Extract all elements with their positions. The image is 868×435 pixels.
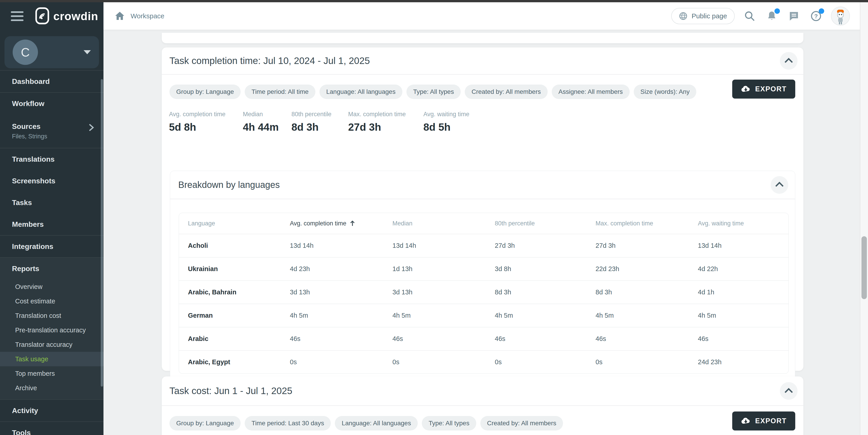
cloud-export-icon xyxy=(741,417,751,425)
breakdown-card: Breakdown by languages Language Avg. com… xyxy=(170,171,795,380)
sidebar-nav: Dashboard Workflow Sources Files, String… xyxy=(0,70,103,435)
sidebar-item-screenshots[interactable]: Screenshots xyxy=(0,170,103,192)
sidebar-item-archive[interactable]: Archive xyxy=(0,381,103,395)
collapse-task-cost-button[interactable] xyxy=(780,382,798,400)
sidebar-item-translator-accuracy[interactable]: Translator accuracy xyxy=(0,337,103,352)
workspace-selector[interactable]: C xyxy=(4,36,99,68)
sidebar-reports-group: Reports Overview Cost estimate Translati… xyxy=(0,258,103,399)
public-page-label: Public page xyxy=(691,12,727,20)
chevron-right-icon xyxy=(88,123,94,134)
messages-icon[interactable] xyxy=(787,9,801,23)
workspace-avatar: C xyxy=(13,39,38,65)
filter-time-period[interactable]: Time period: Last 30 days xyxy=(245,416,331,431)
export-task-completion-button[interactable]: EXPORT xyxy=(732,80,795,98)
filter-group-by[interactable]: Group by: Language xyxy=(169,85,241,99)
filter-assignee[interactable]: Assignee: All members xyxy=(552,85,630,99)
filter-type[interactable]: Type: All types xyxy=(422,416,476,431)
filter-time-period[interactable]: Time period: All time xyxy=(245,85,315,99)
task-cost-title: Task cost: Jun 1 - Jul 1, 2025 xyxy=(169,385,292,396)
sidebar-item-translation-cost[interactable]: Translation cost xyxy=(0,309,103,323)
column-80th-percentile[interactable]: 80th percentile xyxy=(495,220,595,227)
task-cost-filters: Group by: Language Time period: Last 30 … xyxy=(169,416,563,431)
app-screen: crowdin C Dashboard Workflow Sources Fil… xyxy=(0,0,868,435)
chevron-up-icon xyxy=(784,387,794,395)
column-avg-completion-time[interactable]: Avg. completion time xyxy=(290,220,393,227)
filter-size-words[interactable]: Size (words): Any xyxy=(634,85,696,99)
sidebar-scrollbar[interactable] xyxy=(101,79,103,387)
task-cost-header: Task cost: Jun 1 - Jul 1, 2025 xyxy=(162,376,803,406)
filter-language[interactable]: Language: All languages xyxy=(319,85,402,99)
notifications-icon[interactable] xyxy=(765,9,779,23)
sort-asc-icon xyxy=(349,220,355,227)
crowdin-logo-text: crowdin xyxy=(53,10,98,23)
stat-avg-completion-time: Avg. completion time 5d 8h xyxy=(169,111,225,133)
chevron-up-icon xyxy=(784,57,794,64)
table-row[interactable]: Acholi 13d 14h 13d 14h 27d 3h 27d 3h 13d… xyxy=(179,234,788,257)
sidebar-item-pre-translation-accuracy[interactable]: Pre-translation accuracy xyxy=(0,323,103,337)
help-badge xyxy=(819,8,824,14)
sources-subtitle: Files, Strings xyxy=(12,133,47,140)
home-icon[interactable] xyxy=(115,11,125,21)
topbar-actions: Public page ? xyxy=(671,6,860,26)
filter-language[interactable]: Language: All languages xyxy=(335,416,418,431)
languages-table: Language Avg. completion time Median 80t… xyxy=(179,213,789,374)
hamburger-menu-icon[interactable] xyxy=(11,11,24,21)
task-completion-card: Task completion time: Jul 10, 2024 - Jul… xyxy=(162,48,803,371)
notifications-badge xyxy=(774,8,780,14)
sidebar-item-cost-estimate[interactable]: Cost estimate xyxy=(0,294,103,309)
column-median[interactable]: Median xyxy=(393,220,495,227)
previous-card-edge xyxy=(162,33,803,44)
help-icon[interactable]: ? xyxy=(809,9,823,23)
collapse-task-completion-button[interactable] xyxy=(780,52,798,70)
user-avatar[interactable] xyxy=(831,6,850,26)
column-language[interactable]: Language xyxy=(179,220,290,227)
sidebar-header: crowdin xyxy=(0,2,103,30)
page-scrollbar-thumb[interactable] xyxy=(862,236,867,299)
stat-avg-waiting-time: Avg. waiting time 8d 5h xyxy=(423,111,469,133)
task-completion-header: Task completion time: Jul 10, 2024 - Jul… xyxy=(162,48,803,75)
breakdown-header: Breakdown by languages xyxy=(170,171,795,199)
globe-icon xyxy=(679,12,687,20)
sidebar-item-overview[interactable]: Overview xyxy=(0,280,103,294)
collapse-breakdown-button[interactable] xyxy=(771,176,788,194)
table-row[interactable]: Arabic 46s 46s 46s 46s 46s xyxy=(179,327,788,350)
sidebar-item-tasks[interactable]: Tasks xyxy=(0,192,103,213)
breadcrumb[interactable]: Workspace xyxy=(131,12,164,20)
task-completion-filters: Group by: Language Time period: All time… xyxy=(169,85,696,99)
search-icon[interactable] xyxy=(742,9,757,23)
sidebar-item-integrations[interactable]: Integrations xyxy=(0,236,103,257)
crowdin-logo[interactable]: crowdin xyxy=(35,7,98,25)
table-row[interactable]: German 4h 5m 4h 5m 4h 5m 4h 5m 4h 5m xyxy=(179,303,788,327)
export-task-cost-button[interactable]: EXPORT xyxy=(732,411,795,431)
sidebar-item-activity[interactable]: Activity xyxy=(0,400,103,422)
table-row[interactable]: Arabic, Egypt 0s 0s 0s 0s 24d 23h xyxy=(179,350,788,374)
filter-type[interactable]: Type: All types xyxy=(406,85,461,99)
cloud-export-icon xyxy=(741,85,751,93)
table-header-row: Language Avg. completion time Median 80t… xyxy=(179,213,788,234)
sidebar-item-translations[interactable]: Translations xyxy=(0,148,103,170)
window-top-strip xyxy=(0,0,868,2)
filter-created-by[interactable]: Created by: All members xyxy=(480,416,563,431)
sidebar-item-workflow[interactable]: Workflow xyxy=(0,93,103,114)
chevron-down-icon xyxy=(84,50,91,54)
sidebar-item-tools[interactable]: Tools xyxy=(0,422,103,435)
sidebar-item-task-usage[interactable]: Task usage xyxy=(0,352,103,366)
filter-created-by[interactable]: Created by: All members xyxy=(465,85,548,99)
filter-group-by[interactable]: Group by: Language xyxy=(169,416,241,431)
page-scrollbar[interactable] xyxy=(860,2,868,435)
column-avg-waiting-time[interactable]: Avg. waiting time xyxy=(698,220,788,227)
table-row[interactable]: Arabic, Bahrain 3d 13h 3d 13h 8d 3h 8d 3… xyxy=(179,280,788,303)
sidebar-item-top-members[interactable]: Top members xyxy=(0,366,103,381)
table-row[interactable]: Ukrainian 4d 23h 1d 13h 3d 8h 22d 23h 4d… xyxy=(179,257,788,280)
svg-text:?: ? xyxy=(814,13,818,20)
chevron-up-icon xyxy=(774,181,784,188)
sidebar-item-dashboard[interactable]: Dashboard xyxy=(0,70,103,92)
public-page-button[interactable]: Public page xyxy=(671,8,735,24)
column-max-completion-time[interactable]: Max. completion time xyxy=(595,220,698,227)
sidebar-item-members[interactable]: Members xyxy=(0,213,103,235)
sidebar-item-sources[interactable]: Sources Files, Strings xyxy=(0,114,103,148)
sidebar-item-reports[interactable]: Reports xyxy=(0,258,103,280)
crowdin-logo-icon xyxy=(35,7,49,25)
sidebar: crowdin C Dashboard Workflow Sources Fil… xyxy=(0,2,103,435)
stat-median: Median 4h 44m xyxy=(243,111,279,133)
